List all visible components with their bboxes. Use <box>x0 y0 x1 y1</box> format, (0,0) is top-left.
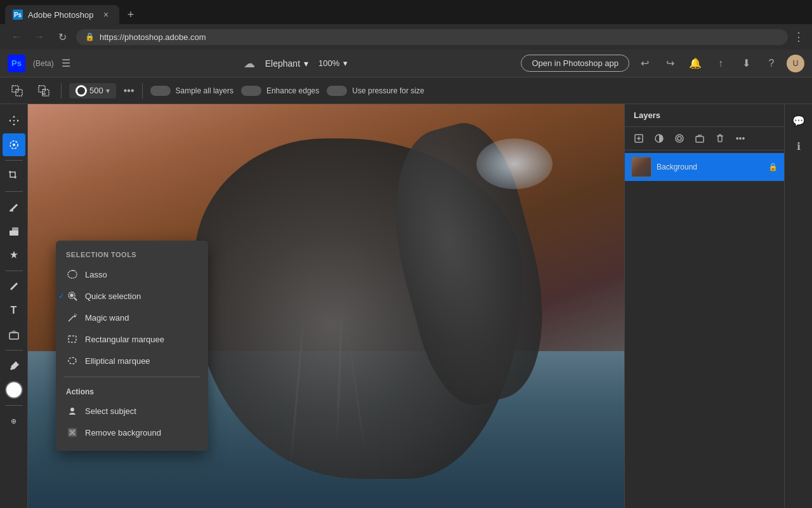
eyedropper-tool[interactable] <box>3 354 25 377</box>
brush-size-control[interactable]: 500 ▾ <box>69 83 116 98</box>
selection-mode-subtract-button[interactable] <box>34 81 53 100</box>
crop-tool[interactable] <box>3 164 25 187</box>
zoom-tool[interactable]: ⊕ <box>3 410 25 432</box>
header-center: ☁ Elephant ▾ 100% ▾ <box>78 57 514 70</box>
enhance-edges-label: Enhance edges <box>266 86 319 95</box>
layers-header: Layers <box>625 104 784 127</box>
ellipse-marquee-item[interactable]: Elliptical marquee <box>56 350 208 371</box>
svg-rect-3 <box>43 90 49 96</box>
layers-title: Layers <box>634 110 660 120</box>
svg-rect-31 <box>696 137 704 142</box>
svg-point-12 <box>70 294 73 297</box>
layers-content: Background 🔒 <box>625 150 784 508</box>
back-button[interactable]: ← <box>8 28 25 46</box>
url-bar[interactable]: 🔒 https://photoshop.adobe.com <box>76 29 788 45</box>
adjustment-layer-button[interactable] <box>652 131 667 146</box>
rect-marquee-item[interactable]: Rectangular marquee <box>56 328 208 350</box>
lasso-tool-item[interactable]: Lasso <box>56 264 208 285</box>
shape-tool[interactable] <box>3 323 25 346</box>
tab-favicon: Ps <box>13 10 23 20</box>
toolbar-divider <box>61 83 62 98</box>
heal-tool[interactable] <box>3 244 25 267</box>
reload-button[interactable]: ↻ <box>53 28 71 46</box>
user-avatar[interactable]: U <box>787 55 804 72</box>
layer-thumbnail <box>631 157 652 177</box>
notifications-button[interactable]: 🔔 <box>685 53 705 74</box>
remove-bg-icon <box>66 426 79 439</box>
undo-button[interactable]: ↩ <box>634 53 655 74</box>
type-tool[interactable]: T <box>3 299 25 322</box>
svg-rect-9 <box>10 333 18 339</box>
layers-toolbar: ••• <box>625 127 784 150</box>
beta-badge: (Beta) <box>33 59 54 68</box>
cloud-save-button[interactable]: ⬇ <box>736 53 756 74</box>
svg-point-20 <box>70 408 74 411</box>
svg-rect-8 <box>12 227 18 232</box>
quick-selection-icon <box>66 290 79 302</box>
sidebar-divider-3 <box>5 271 23 271</box>
svg-marker-15 <box>74 315 76 318</box>
open-in-photoshop-button[interactable]: Open in Photoshop app <box>521 55 629 72</box>
share-button[interactable]: ↑ <box>710 53 731 74</box>
canvas-area[interactable]: Selection tools Lasso ✓ <box>28 104 624 508</box>
ellipse-marquee-icon <box>66 354 79 367</box>
comments-button[interactable]: 💬 <box>787 109 810 132</box>
layers-panel: Layers <box>624 104 784 508</box>
brush-tool[interactable] <box>3 196 25 218</box>
ps-logo: Ps <box>8 55 25 72</box>
pressure-toggle-switch[interactable] <box>327 86 347 96</box>
lock-icon: 🔒 <box>768 163 778 171</box>
forward-button[interactable]: → <box>30 28 48 46</box>
select-subject-item[interactable]: Select subject <box>56 400 208 422</box>
svg-marker-10 <box>10 330 18 333</box>
svg-point-30 <box>678 137 681 140</box>
tab-title: Adobe Photoshop <box>28 10 95 20</box>
sample-all-layers-toggle-switch[interactable] <box>150 86 171 96</box>
selection-tools-dropdown: Selection tools Lasso ✓ <box>56 241 208 451</box>
remove-background-item[interactable]: Remove background <box>56 422 208 443</box>
more-options-button[interactable]: ••• <box>124 85 134 97</box>
move-tool[interactable] <box>3 109 25 132</box>
enhance-edges-toggle-switch[interactable] <box>241 86 261 96</box>
help-button[interactable]: ? <box>761 53 782 74</box>
hamburger-menu-button[interactable]: ☰ <box>62 57 70 69</box>
quick-selection-tool[interactable] <box>3 133 25 156</box>
zoom-control[interactable]: 100% ▾ <box>318 58 348 68</box>
quick-selection-item[interactable]: ✓ Quick selection <box>56 285 208 307</box>
selection-tools-title: Selection tools <box>56 248 208 264</box>
selection-mode-add-button[interactable] <box>8 81 27 100</box>
enhance-edges-toggle[interactable]: Enhance edges <box>241 86 319 96</box>
redo-button[interactable]: ↪ <box>660 53 680 74</box>
svg-rect-29 <box>676 135 683 142</box>
magic-wand-item[interactable]: Magic wand <box>56 307 208 328</box>
svg-rect-0 <box>12 86 18 92</box>
quick-selection-label: Quick selection <box>85 291 141 301</box>
right-panel-icons: 💬 ℹ <box>784 104 812 508</box>
info-button[interactable]: ℹ <box>787 135 810 157</box>
remove-background-label: Remove background <box>85 428 161 438</box>
svg-rect-1 <box>16 90 22 96</box>
background-layer-item[interactable]: Background 🔒 <box>625 153 784 181</box>
foreground-color-swatch[interactable] <box>5 381 23 399</box>
magic-wand-icon <box>66 311 79 324</box>
pen-tool[interactable] <box>3 275 25 298</box>
layer-more-button[interactable]: ••• <box>733 131 748 146</box>
group-layer-button[interactable] <box>692 131 707 146</box>
file-name[interactable]: Elephant ▾ <box>265 58 308 69</box>
sidebar-divider-5 <box>5 405 23 406</box>
active-tab[interactable]: Ps Adobe Photoshop × <box>5 5 119 24</box>
select-subject-icon <box>66 404 79 417</box>
cloud-icon: ☁ <box>244 57 255 70</box>
tab-close-button[interactable]: × <box>100 9 112 20</box>
sample-all-layers-toggle[interactable]: Sample all layers <box>150 86 233 96</box>
actions-title: Actions <box>56 382 208 400</box>
delete-layer-button[interactable] <box>712 131 728 146</box>
sidebar-divider-4 <box>5 350 23 351</box>
new-tab-button[interactable]: + <box>122 6 140 23</box>
browser-menu-button[interactable]: ⋮ <box>793 30 804 44</box>
pressure-toggle[interactable]: Use pressure for size <box>327 86 424 96</box>
chevron-down-icon: ▾ <box>304 58 308 69</box>
eraser-tool[interactable] <box>3 220 25 243</box>
add-layer-button[interactable] <box>631 131 646 146</box>
mask-layer-button[interactable] <box>672 131 687 146</box>
